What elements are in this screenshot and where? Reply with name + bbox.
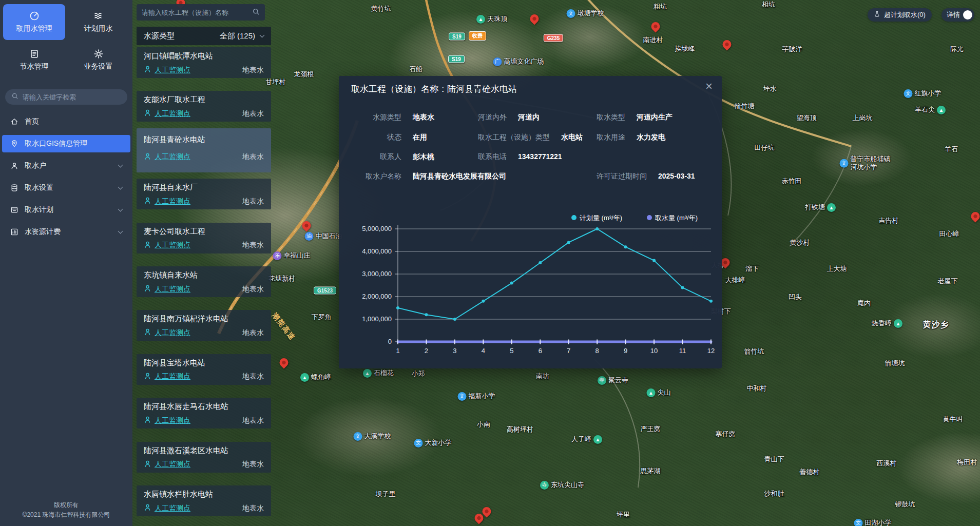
sidebar-menu-item[interactable]: 取水设置 — [2, 179, 130, 197]
map-label-text: 聚云寺 — [608, 376, 628, 385]
map-label: ▲天珠顶 — [476, 14, 507, 24]
road-badge: S19 — [448, 55, 465, 63]
app-root: 黄竹坑▲天珠顶文墩塘学校相坑粗坑南进村挨垅峰芋陂洋际光坪水箭竹塘望海顶上岗坑文红… — [0, 0, 980, 526]
menu-item-label: 水资源计费 — [25, 227, 61, 237]
map-label: ▲螺角嶂 — [300, 373, 331, 382]
map-label: ▲石榴花 — [363, 368, 394, 378]
water-source-label: 地表水 — [242, 328, 264, 338]
sidebar-search-input[interactable] — [23, 93, 121, 101]
temple-icon: 寺 — [598, 376, 606, 385]
map-label: 中和村 — [747, 384, 767, 393]
monitor-type-link[interactable]: 人工监测点 — [155, 109, 190, 119]
map-pin-marker[interactable] — [278, 356, 290, 368]
map-label: 寺东坑尖山寺 — [540, 480, 584, 490]
monitor-type-link[interactable]: 人工监测点 — [155, 460, 190, 469]
map-label: 际光 — [950, 45, 964, 54]
monitor-type-link[interactable]: 人工监测点 — [155, 152, 190, 162]
field-value: 水力发电 — [637, 133, 665, 142]
map-label-text: 坪水 — [763, 84, 777, 93]
map-pin-marker[interactable] — [300, 219, 313, 231]
map-label: 思茅湖 — [641, 466, 661, 476]
person-icon — [144, 460, 151, 470]
monitor-type-link[interactable]: 人工监测点 — [155, 241, 190, 250]
map-label: 文大溪学校 — [354, 432, 391, 441]
map-pin-marker[interactable] — [969, 210, 980, 222]
station-card[interactable]: 友能水厂取水工程 人工监测点 地表水 — [137, 91, 271, 122]
map-label-text: 中和村 — [747, 384, 767, 393]
sidebar-search[interactable] — [5, 89, 127, 105]
monitor-type-link[interactable]: 人工监测点 — [155, 66, 190, 75]
module-tile[interactable]: 计划用水 — [67, 4, 129, 40]
sidebar-menu-item[interactable]: 首页 — [2, 113, 130, 130]
mountain-icon: ▲ — [300, 373, 309, 382]
map-label-text: 芋陂洋 — [782, 45, 802, 54]
detail-toggle[interactable]: 详情 — [941, 8, 974, 22]
svg-text:计划量 (m³/年): 计划量 (m³/年) — [580, 214, 622, 222]
station-card[interactable]: 河口镇唱歌潭水电站 人工监测点 地表水 — [137, 47, 271, 78]
sidebar-menu-item[interactable]: 取水户 — [2, 157, 130, 174]
modal-field-row: 水源类型 地表水 河道内外 河道内 取水类型 河道内生产 — [351, 113, 709, 123]
station-card[interactable]: 麦卡公司取水工程 人工监测点 地表水 — [137, 223, 271, 254]
map-label: 上岗坑 — [853, 113, 873, 123]
menu-item-label: 取水计划 — [25, 205, 53, 215]
module-tile[interactable]: 业务设置 — [67, 42, 129, 78]
map-label: 坪水 — [763, 84, 777, 93]
map-pin-marker[interactable] — [721, 38, 733, 50]
map-label: 南坊 — [536, 372, 549, 381]
monitor-type-link[interactable]: 人工监测点 — [155, 416, 190, 425]
station-card[interactable]: 陆河县青砼水电站 人工监测点 地表水 — [137, 128, 271, 172]
water-source-label: 地表水 — [242, 109, 264, 119]
field-label: 联系电话 — [478, 152, 507, 162]
over-plan-badge[interactable]: 超计划取水(0) — [868, 8, 932, 22]
monitor-type-link[interactable]: 人工监测点 — [155, 197, 190, 206]
svg-text:1,000,000: 1,000,000 — [362, 315, 392, 323]
module-tile[interactable]: 取用水管理 — [3, 4, 65, 40]
station-card[interactable]: 陆河县激石溪老区水电站 人工监测点 地表水 — [137, 442, 271, 473]
map-label-text: 田心嶂 — [939, 229, 959, 239]
station-search[interactable] — [137, 4, 265, 21]
mountain-icon: ▲ — [894, 319, 902, 328]
station-search-input[interactable] — [142, 9, 248, 16]
sidebar-menu-item[interactable]: 取水口GIS信息管理 — [2, 135, 130, 152]
map-label-text: 人子嶂 — [571, 435, 591, 444]
map-pin-marker[interactable] — [528, 12, 541, 25]
station-card[interactable]: 陆河县水唇走马石水电站 人工监测点 地表水 — [137, 398, 271, 428]
menu-item-label: 取水口GIS信息管理 — [25, 139, 87, 148]
monitor-type-link[interactable]: 人工监测点 — [155, 504, 190, 513]
monitor-type-link[interactable]: 人工监测点 — [155, 328, 190, 338]
water-source-label: 地表水 — [242, 372, 264, 381]
water-source-label: 地表水 — [242, 152, 264, 162]
station-card[interactable]: 东坑镇自来水站 人工监测点 地表水 — [137, 266, 271, 297]
station-card[interactable]: 陆河县自来水厂 人工监测点 地表水 — [137, 179, 271, 209]
source-type-filter[interactable]: 水源类型 全部 (125) — [137, 27, 271, 45]
monitor-type-link[interactable]: 人工监测点 — [155, 372, 190, 381]
station-card[interactable]: 陆河县南万镇杞洋水电站 人工监测点 地表水 — [137, 310, 271, 341]
monitor-type-link[interactable]: 人工监测点 — [155, 285, 190, 294]
landmark-icon: 广 — [493, 57, 502, 66]
field-value: 13432771221 — [518, 152, 562, 161]
map-label: 黄沙村 — [790, 238, 810, 247]
map-pin-marker[interactable] — [649, 20, 662, 32]
svg-text:取水量 (m³/年): 取水量 (m³/年) — [655, 214, 698, 222]
map-label-text: 黄沙乡 — [923, 320, 949, 330]
mountain-icon: ▲ — [647, 388, 656, 397]
map-label-text: 庵内 — [857, 299, 871, 308]
map-label: 南进村 — [643, 35, 663, 45]
station-list[interactable]: 水源类型 全部 (125) 河口镇唱歌潭水电站 人工监测点 地表水 友能水厂取水… — [137, 0, 271, 526]
filter-value[interactable]: 全部 (125) — [220, 31, 255, 41]
map-label: 油中国石油 — [305, 231, 342, 241]
field-label: 状态 — [351, 133, 401, 142]
map-label: 高树坪村 — [507, 425, 533, 434]
map-label-text: 思茅湖 — [641, 466, 661, 476]
station-card[interactable]: 陆河县宝塔水电站 人工监测点 地表水 — [137, 354, 271, 385]
toggle-knob[interactable] — [963, 10, 972, 20]
sidebar-menu-item[interactable]: 取水计划 — [2, 201, 130, 219]
module-tile[interactable]: 节水管理 — [3, 42, 65, 78]
search-icon[interactable] — [252, 8, 260, 17]
close-icon[interactable]: × — [705, 79, 713, 94]
sidebar-menu-item[interactable]: 水资源计费 — [2, 223, 130, 241]
svg-text:5: 5 — [510, 347, 513, 355]
station-card[interactable]: 水唇镇水栏肚水电站 人工监测点 地表水 — [137, 485, 271, 516]
map-label-text: 溜下 — [745, 264, 759, 274]
field-label: 取水户名称 — [351, 172, 401, 181]
